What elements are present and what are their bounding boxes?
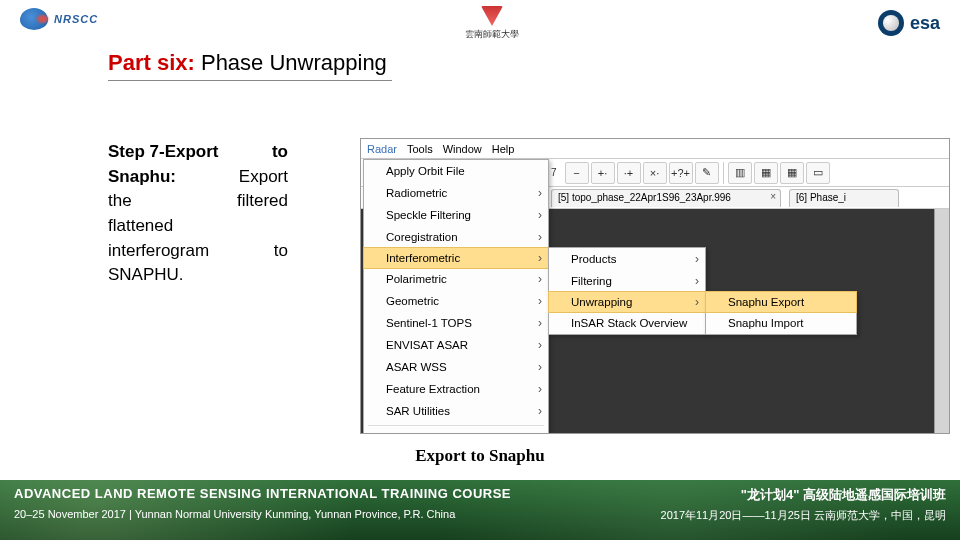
title-name: Phase Unwrapping bbox=[201, 50, 387, 75]
layout3-icon[interactable]: ▦ bbox=[780, 162, 804, 184]
triangle-icon bbox=[481, 6, 503, 26]
menu-item-asar-wss[interactable]: ASAR WSS bbox=[364, 356, 548, 378]
slide-title: Part six: Phase Unwrapping bbox=[108, 50, 387, 76]
menu-window[interactable]: Window bbox=[443, 143, 482, 155]
step-l5b: to bbox=[274, 239, 288, 264]
doc-num: 7 bbox=[551, 167, 557, 178]
layout2-icon[interactable]: ▦ bbox=[754, 162, 778, 184]
title-part: Part six: bbox=[108, 50, 195, 75]
step-l2a: Snaphu: bbox=[108, 165, 176, 190]
step-l5a: interferogram bbox=[108, 239, 209, 264]
layout4-icon[interactable]: ▭ bbox=[806, 162, 830, 184]
menubar: Radar Tools Window Help bbox=[361, 139, 949, 159]
menu-tools[interactable]: Tools bbox=[407, 143, 433, 155]
menu-help[interactable]: Help bbox=[492, 143, 515, 155]
footer-sub-cn: 2017年11月20日——11月25日 云南师范大学，中国，昆明 bbox=[661, 508, 946, 523]
footer-sub-en: 20–25 November 2017 | Yunnan Normal Univ… bbox=[14, 508, 455, 520]
footer-banner: ADVANCED LAND REMOTE SENSING INTERNATION… bbox=[0, 480, 960, 540]
menu-item-sentinel-1-tops[interactable]: Sentinel-1 TOPS bbox=[364, 312, 548, 334]
menu-item-feature-extraction[interactable]: Feature Extraction bbox=[364, 378, 548, 400]
menu-item-snaphu-import[interactable]: Snaphu Import bbox=[706, 312, 856, 334]
zoom-in-left-icon[interactable]: +· bbox=[591, 162, 615, 184]
menu-item-radiometric[interactable]: Radiometric bbox=[364, 182, 548, 204]
toolbar-sep bbox=[723, 162, 724, 184]
esa-text: esa bbox=[910, 13, 940, 34]
menu-item-complex-to-detected-gr[interactable]: Complex to Detected GR bbox=[364, 429, 548, 434]
layout1-icon[interactable]: ▥ bbox=[728, 162, 752, 184]
menu-item-envisat-asar[interactable]: ENVISAT ASAR bbox=[364, 334, 548, 356]
snap-window: Radar Tools Window Help 7 − +· ·+ ×· +?+… bbox=[360, 138, 950, 434]
step-l1b: to bbox=[272, 140, 288, 165]
step-l1a: Step 7-Export bbox=[108, 140, 219, 165]
menu-item-unwrapping[interactable]: Unwrapping bbox=[548, 291, 706, 313]
zoom-in-right-icon[interactable]: ·+ bbox=[617, 162, 641, 184]
step-l2b: Export bbox=[239, 165, 288, 190]
menu-item-speckle-filtering[interactable]: Speckle Filtering bbox=[364, 204, 548, 226]
esa-logo: esa bbox=[878, 10, 940, 36]
menu-radar[interactable]: Radar bbox=[367, 143, 397, 155]
university-name: 雲南師範大學 bbox=[465, 28, 519, 41]
menu-item-sar-utilities[interactable]: SAR Utilities bbox=[364, 400, 548, 422]
figure-caption: Export to Snaphu bbox=[0, 446, 960, 466]
footer-title-cn: "龙计划4" 高级陆地遥感国际培训班 bbox=[741, 486, 946, 504]
menu-item-geometric[interactable]: Geometric bbox=[364, 290, 548, 312]
edit-icon[interactable]: ✎ bbox=[695, 162, 719, 184]
globe-icon bbox=[20, 8, 48, 30]
doc-tab-6[interactable]: [6] Phase_i bbox=[789, 189, 899, 207]
menu-item-products[interactable]: Products bbox=[549, 248, 705, 270]
university-logo: 雲南師範大學 bbox=[465, 6, 519, 41]
footer-title-en: ADVANCED LAND REMOTE SENSING INTERNATION… bbox=[14, 486, 511, 501]
esa-circle-icon bbox=[878, 10, 904, 36]
step-l3b: filtered bbox=[237, 189, 288, 214]
close-icon[interactable]: ×· bbox=[643, 162, 667, 184]
menu-item-snaphu-export[interactable]: Snaphu Export bbox=[705, 291, 857, 313]
step-l4: flattened bbox=[108, 214, 288, 239]
step-description: Step 7-Exportto Snaphu:Export thefiltere… bbox=[108, 140, 288, 288]
step-l6: SNAPHU. bbox=[108, 263, 288, 288]
nrscc-text: NRSCC bbox=[54, 13, 98, 25]
doc5-label: [5] topo_phase_22Apr1S96_23Apr.996 bbox=[558, 192, 731, 203]
unwrapping-submenu: Snaphu ExportSnaphu Import bbox=[705, 291, 857, 335]
menu-item-insar-stack-overview[interactable]: InSAR Stack Overview bbox=[549, 312, 705, 334]
menu-item-filtering[interactable]: Filtering bbox=[549, 270, 705, 292]
close-tab-icon[interactable]: × bbox=[770, 191, 776, 202]
doc6-label: [6] Phase_i bbox=[796, 192, 846, 203]
zoom-out-icon[interactable]: − bbox=[565, 162, 589, 184]
radar-menu: Apply Orbit FileRadiometricSpeckle Filte… bbox=[363, 159, 549, 434]
tool-q-icon[interactable]: +?+ bbox=[669, 162, 693, 184]
menu-item-apply-orbit-file[interactable]: Apply Orbit File bbox=[364, 160, 548, 182]
doc-tab-5[interactable]: [5] topo_phase_22Apr1S96_23Apr.996 × bbox=[551, 189, 781, 207]
menu-item-interferometric[interactable]: Interferometric bbox=[363, 247, 549, 269]
interferometric-submenu: ProductsFilteringUnwrappingInSAR Stack O… bbox=[548, 247, 706, 335]
menu-separator bbox=[368, 425, 544, 426]
step-l3a: the bbox=[108, 189, 132, 214]
nrscc-logo: NRSCC bbox=[20, 8, 98, 30]
menu-item-coregistration[interactable]: Coregistration bbox=[364, 226, 548, 248]
menu-item-polarimetric[interactable]: Polarimetric bbox=[364, 268, 548, 290]
title-underline bbox=[108, 80, 392, 81]
